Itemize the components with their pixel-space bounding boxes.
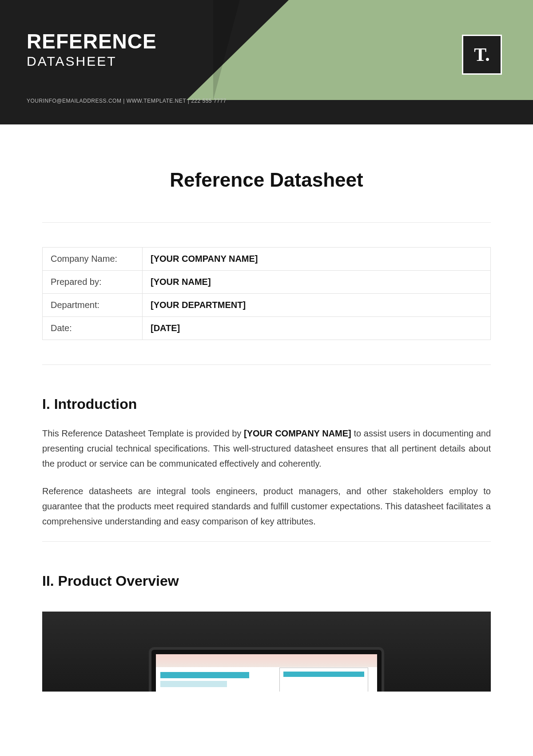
info-table: Company Name: [YOUR COMPANY NAME] Prepar… bbox=[42, 247, 491, 340]
table-row: Prepared by: [YOUR NAME] bbox=[43, 271, 491, 294]
info-value: [YOUR COMPANY NAME] bbox=[143, 248, 491, 271]
section-intro-heading: I. Introduction bbox=[42, 396, 491, 412]
panel-bar bbox=[283, 672, 364, 677]
info-label: Prepared by: bbox=[43, 271, 143, 294]
banner-title-block: REFERENCE DATASHEET bbox=[27, 31, 157, 69]
banner-contact-line: YOURINFO@EMAILADDRESS.COM | WWW.TEMPLATE… bbox=[27, 98, 227, 104]
info-value: [YOUR DEPARTMENT] bbox=[143, 294, 491, 317]
banner-title-line2: DATASHEET bbox=[27, 53, 157, 69]
logo-box: T. bbox=[462, 35, 502, 75]
document-content: Reference Datasheet Company Name: [YOUR … bbox=[0, 124, 533, 692]
laptop-screen bbox=[156, 654, 377, 692]
table-row: Department: [YOUR DEPARTMENT] bbox=[43, 294, 491, 317]
screen-bar bbox=[160, 672, 249, 678]
screen-bar bbox=[160, 681, 227, 687]
info-label: Date: bbox=[43, 317, 143, 340]
banner-title-line1: REFERENCE bbox=[27, 31, 157, 52]
laptop-icon bbox=[149, 647, 384, 692]
document-page: REFERENCE DATASHEET YOURINFO@EMAILADDRES… bbox=[0, 0, 533, 756]
info-table-body: Company Name: [YOUR COMPANY NAME] Prepar… bbox=[43, 248, 491, 340]
document-title: Reference Datasheet bbox=[42, 169, 491, 191]
banner-diagonal-accent bbox=[213, 0, 240, 100]
header-banner: REFERENCE DATASHEET YOURINFO@EMAILADDRES… bbox=[0, 0, 533, 124]
info-label: Company Name: bbox=[43, 248, 143, 271]
intro-paragraph-2: Reference datasheets are integral tools … bbox=[42, 484, 491, 529]
logo-text: T. bbox=[474, 44, 489, 65]
info-label: Department: bbox=[43, 294, 143, 317]
divider bbox=[42, 364, 491, 365]
product-image-placeholder bbox=[42, 612, 491, 692]
info-value: [DATE] bbox=[143, 317, 491, 340]
table-row: Date: [DATE] bbox=[43, 317, 491, 340]
table-row: Company Name: [YOUR COMPANY NAME] bbox=[43, 248, 491, 271]
screen-panel bbox=[279, 668, 368, 692]
divider bbox=[42, 541, 491, 542]
intro-p1-bold: [YOUR COMPANY NAME] bbox=[244, 428, 351, 438]
intro-p1-text-a: This Reference Datasheet Template is pro… bbox=[42, 428, 244, 438]
intro-paragraph-1: This Reference Datasheet Template is pro… bbox=[42, 426, 491, 471]
section-overview-heading: II. Product Overview bbox=[42, 573, 491, 589]
divider bbox=[42, 222, 491, 223]
info-value: [YOUR NAME] bbox=[143, 271, 491, 294]
